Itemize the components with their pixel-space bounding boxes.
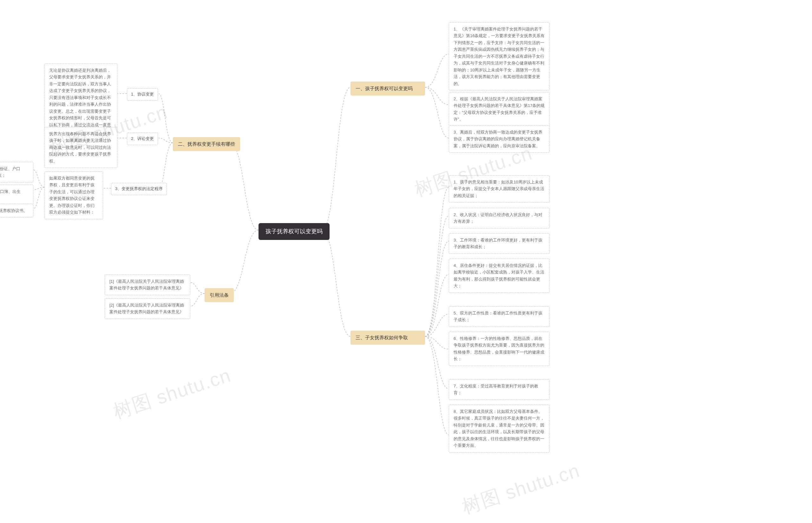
branch-how-contest[interactable]: 三、子女抚养权如何争取 bbox=[351, 331, 425, 345]
b2-sub-2[interactable]: 2、诉讼变更 bbox=[127, 133, 158, 145]
b1-item-1[interactable]: 1、《关于审理离婚案件处理子女抚养问题的若干意见》第16条规定，一方要求变更子女… bbox=[449, 22, 550, 90]
b3-item-5[interactable]: 5、双方的工作性质：看谁的工作性质更有利于孩子成长； bbox=[449, 306, 550, 327]
b2-sub-3-mat-3[interactable]: （3）草拟好的变更抚养权协议书。 bbox=[0, 204, 33, 217]
branch-cited-law[interactable]: 引用法条 bbox=[205, 288, 234, 302]
b2-sub-3-mat-1[interactable]: （1）申请人双方的身份证、户口簿、离婚证、离婚协议； bbox=[0, 162, 33, 182]
b3-item-6[interactable]: 6、性格修养：一方的性格修养、思想品质，就在争取孩子抚养权方面尤为重要，因为直接… bbox=[449, 332, 550, 366]
branch-procedures[interactable]: 二、抚养权变更手续有哪些 bbox=[173, 137, 240, 151]
b3-item-7[interactable]: 7、文化程度：受过高等教育更利于对孩子的教育； bbox=[449, 379, 550, 400]
b2-sub-1[interactable]: 1、协议变更 bbox=[127, 88, 158, 101]
b1-item-3[interactable]: 3、离婚后，经双方协商一致达成的变更子女抚养协议，属于协议离婚的应向办理离婚登记… bbox=[449, 125, 550, 152]
watermark: 树图 shutu.cn bbox=[110, 362, 234, 425]
law-item-1[interactable]: [1]《最高人民法院关于人民法院审理离婚案件处理子女抚养问题的若干具体意见》 bbox=[105, 274, 190, 295]
b3-item-4[interactable]: 4、居住条件更好：提交有关居住情况的证据，比如离学校较近，小区配套成熟，对孩子入… bbox=[449, 259, 550, 293]
law-item-2[interactable]: [2]《最高人民法院关于人民法院审理离婚案件处理子女抚养问题的若干具体意见》 bbox=[105, 298, 190, 319]
branch-title: 二、抚养权变更手续有哪些 bbox=[178, 141, 235, 147]
b2-sub-3[interactable]: 3、变更抚养权的法定程序 bbox=[111, 183, 167, 195]
branch-title: 一、孩子抚养权可以变更吗 bbox=[356, 86, 413, 91]
b1-item-2[interactable]: 2、根据《最高人民法院关于人民法院审理离婚案件处理子女抚养问题的若干具体意见》第… bbox=[449, 92, 550, 126]
b3-item-8[interactable]: 8、其它家庭成员状况：比如双方父母基本条件。很多时候，真正带孩子的往往不是夫妻任… bbox=[449, 404, 550, 453]
root-title: 孩子抚养权可以变更吗 bbox=[265, 228, 323, 235]
root-node[interactable]: 孩子抚养权可以变更吗 bbox=[259, 223, 329, 240]
b2-sub-3-detail[interactable]: 如果双方都同意变更的抚养权，且变更后有利于孩子的生活，可以通过办理变更抚养权协议… bbox=[44, 172, 103, 219]
watermark: 树图 shutu.cn bbox=[459, 458, 583, 520]
b3-item-2[interactable]: 2、收入状况：证明自己经济收入状况良好，与对方有差异； bbox=[449, 208, 550, 229]
b2-sub-2-detail[interactable]: 抚养方出现各种问题不再适合抚养孩子时，如果离婚夫妻无法通过协商达成一致意见时，可… bbox=[44, 127, 117, 168]
branch-title: 引用法条 bbox=[210, 292, 229, 298]
b2-sub-3-mat-2[interactable]: （2）小孩的户口簿、出生证； bbox=[0, 185, 33, 205]
b3-item-1[interactable]: 1、孩子的意见相当重要：如涉及10周岁以上未成年子女的，应提交子女本人愿跟随父亲… bbox=[449, 175, 550, 202]
b3-item-3[interactable]: 3、工作环境：看谁的工作环境更好，更有利于孩子的教育和成长； bbox=[449, 233, 550, 254]
connector-lines bbox=[0, 0, 812, 523]
branch-can-change[interactable]: 一、孩子抚养权可以变更吗 bbox=[351, 82, 425, 95]
branch-title: 三、子女抚养权如何争取 bbox=[356, 335, 408, 340]
